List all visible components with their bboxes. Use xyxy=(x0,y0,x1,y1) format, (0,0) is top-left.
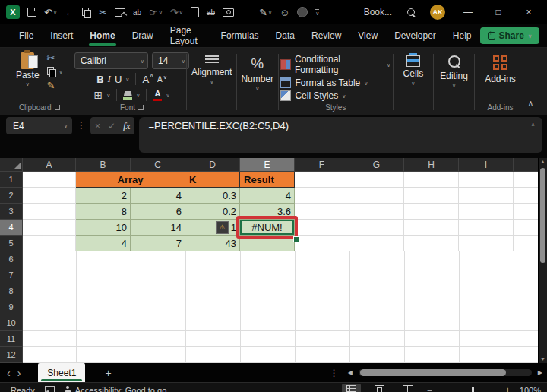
zoom-slider-thumb[interactable] xyxy=(472,387,474,392)
cell-f4[interactable] xyxy=(295,220,349,236)
column-header-f[interactable]: F xyxy=(295,158,349,172)
error-warning-button[interactable]: ⚠ xyxy=(216,221,229,234)
tab-formulas[interactable]: Formulas xyxy=(213,24,267,47)
cell-b3[interactable]: 8 xyxy=(76,204,131,220)
increase-font-size-button[interactable]: A∧ xyxy=(142,74,153,85)
cell-c3[interactable]: 6 xyxy=(131,204,185,220)
close-button[interactable]: × xyxy=(521,7,536,17)
tab-review[interactable]: Review xyxy=(303,24,349,47)
conditional-formatting-button[interactable]: Conditional Formatting ∨ xyxy=(280,54,390,75)
normal-view-button[interactable] xyxy=(342,384,361,392)
collapse-formula-bar-button[interactable]: ∧ xyxy=(531,122,535,127)
column-header-d[interactable]: D xyxy=(185,158,240,172)
cell-g1[interactable] xyxy=(349,172,404,188)
row-header-11[interactable]: 11 xyxy=(0,331,23,347)
cell-d2[interactable]: 0.3 xyxy=(185,188,240,204)
cell-b4[interactable]: 10 xyxy=(76,220,131,236)
back-button[interactable]: ← xyxy=(65,7,74,18)
vertical-scrollbar[interactable]: ▲ ▼ xyxy=(538,158,547,363)
column-header-i[interactable]: I xyxy=(459,158,514,172)
minimize-button[interactable]: — xyxy=(460,7,476,17)
new-file-button[interactable] xyxy=(191,7,199,17)
borders-button[interactable]: ⊞ xyxy=(93,89,103,101)
cell-d3[interactable]: 0.2 xyxy=(185,204,240,220)
cells-button[interactable]: Cells ∨ xyxy=(403,55,424,86)
column-header-c[interactable]: C xyxy=(131,158,185,172)
column-header-g[interactable]: G xyxy=(349,158,404,172)
cell-a3[interactable] xyxy=(23,204,76,220)
column-header-b[interactable]: B xyxy=(76,158,131,172)
decrease-font-size-button[interactable]: A∨ xyxy=(157,75,167,84)
scroll-up-icon[interactable]: ▲ xyxy=(540,158,545,166)
save-button[interactable] xyxy=(27,8,36,17)
font-size-select[interactable]: 14∨ xyxy=(152,52,189,69)
find-replace-button[interactable]: ab xyxy=(133,8,141,17)
scroll-down-icon[interactable]: ▼ xyxy=(540,356,545,363)
cell-a2[interactable] xyxy=(23,188,76,204)
record-icon[interactable] xyxy=(297,7,308,17)
cell-b1-c1-array-header[interactable]: Array xyxy=(76,172,185,188)
cell-i1[interactable] xyxy=(459,172,514,188)
formula-input[interactable]: =PERCENTILE.EXC(B2:C5,D4) ∧ xyxy=(139,117,542,153)
cell-h1[interactable] xyxy=(404,172,459,188)
cell-e1-result-header[interactable]: Result xyxy=(240,172,295,188)
scroll-left-icon[interactable]: ◀ xyxy=(348,369,353,376)
prev-sheet-button[interactable]: ‹ xyxy=(0,367,17,379)
row-header-10[interactable]: 10 xyxy=(0,315,23,331)
enter-button[interactable]: ✓ xyxy=(108,121,115,131)
cell-h3[interactable] xyxy=(404,204,459,220)
undo-button[interactable]: ↶∨ xyxy=(44,7,57,18)
cell-a1[interactable] xyxy=(23,172,76,188)
cell-i2[interactable] xyxy=(459,188,514,204)
tab-developer[interactable]: Developer xyxy=(386,24,444,47)
tab-file[interactable]: File xyxy=(11,24,42,47)
share-button[interactable]: Share ∨ xyxy=(480,27,539,44)
add-sheet-button[interactable]: + xyxy=(105,367,111,379)
font-family-select[interactable]: Calibri∨ xyxy=(74,52,148,69)
dialog-launcher-icon[interactable] xyxy=(138,105,144,110)
cell-a4[interactable] xyxy=(23,220,76,236)
page-break-view-button[interactable] xyxy=(398,384,418,392)
row-header-1[interactable]: 1 xyxy=(0,172,23,188)
accessibility-status[interactable]: Accessibility: Good to go xyxy=(65,386,166,392)
cell-f3[interactable] xyxy=(295,204,349,220)
empty-cells-area[interactable] xyxy=(23,251,538,363)
underline-button[interactable]: U xyxy=(115,74,122,85)
row-header-6[interactable]: 6 xyxy=(0,251,23,267)
cell-g4[interactable] xyxy=(349,220,404,236)
cell-i4[interactable] xyxy=(459,220,514,236)
tab-draw[interactable]: Draw xyxy=(124,24,162,47)
cell-h4[interactable] xyxy=(404,220,459,236)
row-header-7[interactable]: 7 xyxy=(0,267,23,283)
maximize-button[interactable]: □ xyxy=(491,7,506,17)
column-header-h[interactable]: H xyxy=(404,158,459,172)
font-color-button[interactable]: A xyxy=(153,90,162,101)
cell-f5[interactable] xyxy=(295,236,349,251)
cell-e3[interactable]: 3.6 xyxy=(240,204,295,220)
cell-d5[interactable]: 43 xyxy=(185,236,240,251)
horizontal-scrollbar[interactable] xyxy=(359,369,532,376)
dialog-launcher-icon[interactable] xyxy=(55,105,60,110)
zoom-out-button[interactable]: − xyxy=(427,385,432,392)
cell-d4[interactable]: ⚠ 1 xyxy=(185,220,240,236)
format-painter-button[interactable]: ✎ xyxy=(47,80,55,91)
cell-i5[interactable] xyxy=(459,236,514,251)
copy-button[interactable] xyxy=(82,8,91,17)
cell-g5[interactable] xyxy=(349,236,404,251)
cell-c5[interactable]: 7 xyxy=(131,236,185,251)
cell-e5[interactable] xyxy=(240,236,295,251)
cell-d1-k-header[interactable]: K xyxy=(185,172,240,188)
cell-c2[interactable]: 4 xyxy=(131,188,185,204)
contact-search-button[interactable]: ☺ xyxy=(280,7,289,18)
zoom-level[interactable]: 100% xyxy=(520,386,541,392)
cell-i3[interactable] xyxy=(459,204,514,220)
zoom-slider[interactable] xyxy=(441,390,496,390)
tab-help[interactable]: Help xyxy=(444,24,480,47)
row-header-4[interactable]: 4 xyxy=(0,220,23,236)
cell-f1[interactable] xyxy=(295,172,349,188)
cell-h5[interactable] xyxy=(404,236,459,251)
table-lookup-button[interactable] xyxy=(242,8,251,17)
cell-b5[interactable]: 4 xyxy=(76,236,131,251)
cancel-button[interactable]: × xyxy=(95,121,100,131)
alignment-button[interactable]: Alignment ∨ xyxy=(191,55,232,84)
